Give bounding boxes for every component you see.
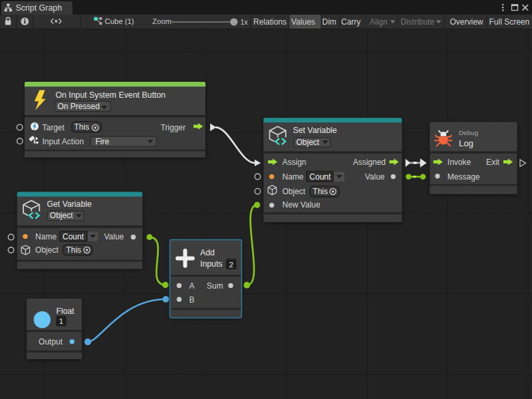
svg-text:Exit: Exit [486,158,500,167]
svg-text:1x: 1x [241,18,249,26]
svg-text:This: This [66,245,81,255]
svg-text:Cube (1): Cube (1) [105,17,134,25]
svg-text:Count: Count [309,172,331,182]
svg-text:Set Variable: Set Variable [293,126,337,135]
svg-text:Zoom: Zoom [152,17,172,25]
svg-text:Distribute: Distribute [401,17,435,27]
svg-text:Log: Log [459,138,473,148]
svg-text:This: This [74,122,90,132]
svg-text:Input Action: Input Action [43,137,84,146]
svg-text:Value: Value [365,172,385,182]
svg-text:1: 1 [59,317,63,325]
svg-text:Message: Message [448,172,480,182]
svg-text:On Input System Event Button: On Input System Event Button [56,90,166,100]
svg-text:A: A [189,281,194,291]
svg-text:Invoke: Invoke [448,158,471,167]
svg-text:Assign: Assign [283,158,307,167]
svg-text:Object: Object [297,138,320,147]
svg-text:Values: Values [291,17,315,27]
svg-text:2: 2 [229,261,233,269]
svg-text:Dim: Dim [323,17,336,27]
svg-text:Object: Object [283,187,306,196]
svg-text:Value: Value [104,232,124,241]
svg-text:Target: Target [43,123,65,132]
svg-text:Inputs: Inputs [200,259,223,269]
svg-text:New Value: New Value [283,200,321,209]
svg-text:Float: Float [56,307,74,316]
svg-text:Fire: Fire [96,137,110,146]
svg-text:Overview: Overview [450,17,483,27]
svg-text:Trigger: Trigger [160,123,186,132]
svg-text:B: B [189,295,194,305]
svg-text:Output: Output [39,337,63,346]
svg-text:Object: Object [35,245,59,255]
svg-text:Name: Name [35,232,57,241]
svg-text:Add: Add [200,248,215,257]
svg-text:Align: Align [370,17,388,27]
svg-text:Sum: Sum [207,281,223,291]
svg-text:Full Screen: Full Screen [489,17,530,27]
svg-text:This: This [313,187,328,196]
svg-text:On Pressed: On Pressed [58,102,100,111]
svg-text:Name: Name [283,172,304,182]
svg-text:Assigned: Assigned [353,158,386,167]
svg-text:Object: Object [50,211,73,220]
svg-text:Count: Count [63,232,84,241]
svg-text:Get Variable: Get Variable [47,200,92,209]
svg-text:Carry: Carry [341,17,360,27]
svg-text:Relations: Relations [253,17,287,27]
svg-text:Script Graph: Script Graph [16,3,63,13]
svg-text:Debug: Debug [459,129,478,136]
